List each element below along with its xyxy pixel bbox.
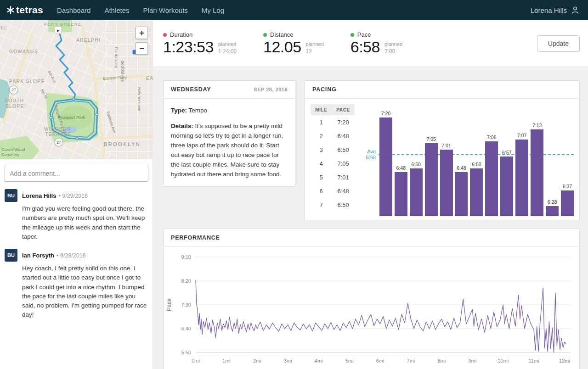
comment-text: Hey coach, I felt pretty solid on this o…	[22, 264, 147, 320]
comment-avatar: BU	[5, 189, 17, 202]
y-tick-label: 6:40	[181, 326, 191, 331]
svg-text:TERRACE: TERRACE	[45, 132, 72, 137]
bar-mile-11: 7:13	[531, 123, 543, 216]
metric-distance-main: 12.05planned12	[263, 39, 324, 56]
x-tick-label: 11mi	[529, 358, 539, 363]
metric-pace-main: 6:58planned7:00	[351, 39, 402, 56]
bar-mile-7: 6:50	[470, 162, 483, 216]
bar-value-label: 6:50	[472, 162, 481, 167]
pace-table-row: 36:50	[311, 143, 355, 157]
metric-pace: Pace6:58planned7:00	[351, 31, 402, 56]
x-tick-label: 5mi	[345, 358, 354, 363]
nav-item-my-log[interactable]: My Log	[202, 6, 224, 14]
svg-text:WINDSOR: WINDSOR	[44, 127, 71, 132]
svg-text:Cemetery: Cemetery	[1, 152, 20, 157]
bar-value-label: 6:48	[457, 165, 466, 171]
svg-text:FORT GREENE: FORT GREENE	[44, 22, 81, 27]
nav-item-athletes[interactable]: Athletes	[104, 6, 129, 14]
planned-word: planned	[384, 41, 402, 48]
bar	[455, 172, 468, 216]
zoom-in-button[interactable]: +	[136, 27, 148, 39]
pacing-card: PACING MILE PACE 17:2026:4836:5047:0557:…	[305, 80, 580, 220]
bar	[410, 168, 423, 216]
bar-mile-13: 6:37	[561, 184, 574, 216]
zoom-out-button[interactable]: −	[136, 42, 148, 55]
user-icon	[571, 6, 580, 15]
metric-duration-label: Duration	[170, 31, 192, 38]
comment-date: 9/28/2016	[57, 252, 85, 259]
avg-word: Avg	[357, 149, 376, 155]
comment-author: Lorena Hills	[22, 192, 56, 199]
svg-text:Bedford Ave: Bedford Ave	[120, 61, 125, 82]
performance-chart: 9:108:207:306:405:500mi1mi2mi3mi4mi5mi6m…	[164, 248, 579, 368]
bar-value-label: 6:28	[548, 199, 557, 205]
nav-user[interactable]: Lorena Hills	[531, 6, 580, 15]
brand-logo[interactable]: tetras	[6, 5, 43, 16]
pacing-bar-chart: Avg 6:58 7:206:486:507:057:016:486:507:0…	[357, 104, 575, 216]
bar	[515, 140, 528, 216]
metric-distance-value: 12.05	[263, 39, 301, 56]
left-panel: ▶ 27 27 ILL FORT GREENE ADELPHI GOWANUS …	[0, 20, 153, 369]
nav-item-plan-workouts[interactable]: Plan Workouts	[143, 6, 188, 14]
x-tick-label: 6mi	[376, 358, 384, 363]
x-tick-label: 7mi	[407, 358, 415, 363]
metric-distance: Distance12.05planned12	[263, 31, 324, 56]
bar-value-label: 6:37	[563, 184, 572, 189]
bar-value-label: 7:07	[517, 133, 526, 138]
pace-row-mile: 6	[311, 184, 332, 198]
map[interactable]: ▶ 27 27 ILL FORT GREENE ADELPHI GOWANUS …	[0, 20, 153, 159]
svg-text:GOWANUS: GOWANUS	[9, 49, 38, 54]
bar	[546, 206, 559, 216]
workout-details-text: It's supposed to be a pretty mild mornin…	[171, 123, 283, 178]
svg-text:Green-Wood: Green-Wood	[1, 147, 25, 152]
x-tick-label: 1mi	[222, 358, 231, 363]
pace-table: MILE PACE 17:2026:4836:5047:0557:0166:48…	[311, 104, 355, 212]
bar-value-label: 6:48	[396, 165, 406, 171]
comment-input[interactable]	[5, 165, 148, 182]
metric-pace-label-row: Pace	[351, 31, 402, 38]
update-button[interactable]: Update	[537, 35, 580, 52]
comment-text: I'm glad you were feeling good out there…	[22, 204, 147, 241]
comment-head: Lorena Hills9/29/2016	[22, 192, 147, 199]
bar	[379, 117, 392, 216]
bar	[500, 157, 513, 216]
pace-row-pace: 6:50	[332, 198, 355, 212]
route-start-marker[interactable]: ▶	[55, 27, 62, 34]
planned-value: 12	[306, 48, 324, 55]
y-tick-label: 7:30	[181, 302, 191, 308]
x-tick-label: 12mi	[559, 358, 570, 363]
bars-container: 7:206:486:507:057:016:486:507:066:577:07…	[379, 104, 574, 216]
duration-dot-icon	[163, 33, 167, 37]
bar-mile-9: 6:57	[500, 150, 513, 216]
metric-distance-planned: planned12	[306, 41, 324, 55]
metric-duration-label-row: Duration	[163, 31, 237, 38]
bar-mile-10: 7:07	[515, 133, 528, 216]
nav-item-dashboard[interactable]: Dashboard	[57, 6, 90, 14]
y-tick-label: 5:50	[181, 350, 191, 355]
comment-list: BULorena Hills9/29/2016I'm glad you were…	[0, 184, 153, 323]
pace-row-pace: 7:05	[332, 157, 355, 170]
metric-distance-label: Distance	[270, 31, 294, 38]
metric-pace-label: Pace	[357, 31, 371, 38]
svg-text:ILL: ILL	[0, 25, 7, 30]
pace-dot-icon	[351, 33, 354, 37]
bar-mile-8: 7:06	[485, 134, 498, 216]
bar-value-label: 6:50	[412, 162, 421, 167]
pace-row-mile: 2	[311, 129, 332, 143]
planned-word: planned	[218, 41, 237, 48]
bar-mile-3: 6:50	[410, 162, 423, 216]
brand-name: tetras	[16, 5, 43, 16]
pace-row-mile: 3	[311, 143, 332, 157]
avg-pace-tag: Avg 6:58	[357, 149, 376, 162]
pace-row-pace: 7:20	[332, 115, 355, 129]
play-icon: ▶	[57, 28, 60, 33]
svg-text:New York Ave: New York Ave	[137, 87, 141, 112]
performance-title: PERFORMANCE	[171, 235, 220, 241]
x-tick-label: 9mi	[468, 358, 476, 363]
comment-avatar: BU	[5, 249, 17, 262]
workout-details-label: Details:	[171, 123, 193, 129]
bar	[531, 129, 543, 216]
bar-value-label: 7:20	[381, 111, 390, 116]
bar	[485, 141, 498, 216]
comment-item: BULorena Hills9/29/2016I'm glad you were…	[0, 184, 153, 244]
